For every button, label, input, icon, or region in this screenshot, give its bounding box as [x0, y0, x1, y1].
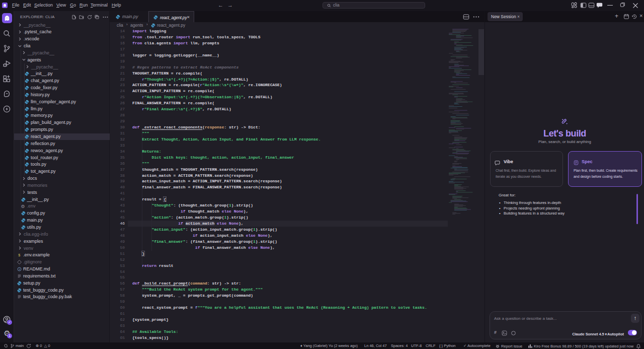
svg-text:$: $	[18, 253, 20, 258]
